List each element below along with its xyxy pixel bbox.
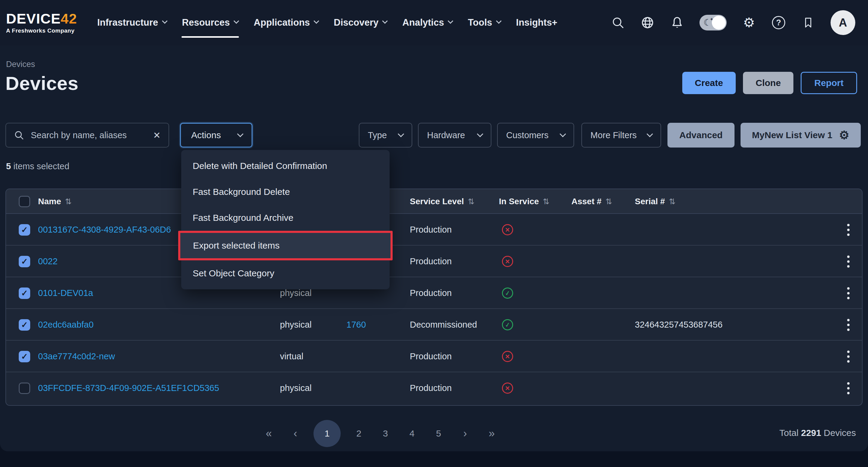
row-checkbox[interactable]: ✓ [19,245,30,277]
device-name-link[interactable]: 02edc6aabfa0 [38,309,94,341]
service-level-value: Production [410,341,452,372]
filter-customers[interactable]: Customers [497,123,574,147]
select-all-checkbox[interactable] [19,189,30,214]
search-box[interactable]: ✕ [5,123,169,147]
header-buttons: Create Clone Report [682,72,857,94]
row-menu-kebab-icon[interactable] [844,214,852,245]
sort-icon[interactable]: ⇅ [65,197,71,206]
column-header-service-level[interactable]: Service Level⇅ [410,189,474,214]
device42-logo[interactable]: DEVICE42 A Freshworks Company [6,11,88,34]
page-title: Devices [5,72,79,94]
nav-infrastructure[interactable]: Infrastructure [97,15,167,30]
service-level-value: Decommissioned [410,309,477,341]
nav-discovery[interactable]: Discovery [333,15,388,30]
row-menu-kebab-icon[interactable] [844,341,852,372]
clone-button[interactable]: Clone [743,72,794,94]
next-page-button[interactable]: › [457,420,473,447]
column-header-in-service[interactable]: In Service⇅ [499,189,549,214]
page-button-4[interactable]: 4 [403,420,421,447]
globe-icon[interactable] [640,15,655,30]
report-button[interactable]: Report [801,72,857,94]
pagination: « ‹ 1 2 3 4 5 › » [260,420,500,447]
logo-subtitle: A Freshworks Company [6,28,88,34]
create-button[interactable]: Create [682,72,736,94]
chevron-down-icon [496,18,501,24]
row-menu-kebab-icon[interactable] [844,245,852,277]
clear-search-icon[interactable]: ✕ [153,130,161,141]
sort-icon[interactable]: ⇅ [543,197,549,206]
in-service-yes-icon: ✓ [502,309,513,341]
table-header-row: Name⇅ Service Level⇅ In Service⇅ Asset #… [6,189,862,214]
chevron-down-icon [162,18,167,24]
filter-type[interactable]: Type [359,123,412,147]
sort-icon[interactable]: ⇅ [468,197,474,206]
chevron-down-icon [647,131,653,137]
row-checkbox[interactable]: ✓ [19,341,30,372]
last-page-button[interactable]: » [483,420,500,447]
dark-mode-toggle[interactable]: ☾ ✦ [700,15,727,30]
column-header-asset[interactable]: Asset #⇅ [571,189,612,214]
nav-analytics[interactable]: Analytics [402,15,453,30]
filter-hardware[interactable]: Hardware [418,123,491,147]
help-icon[interactable]: ? [771,15,786,30]
serial-number-value: 324643257453687456 [635,309,722,341]
page-button-1[interactable]: 1 [313,420,341,447]
page-button-2[interactable]: 2 [350,420,367,447]
row-checkbox[interactable]: ✓ [19,277,30,309]
row-menu-kebab-icon[interactable] [844,309,852,341]
row-menu-kebab-icon[interactable] [844,372,852,404]
menu-item-fast-background-archive[interactable]: Fast Background Archive [181,205,390,231]
actions-dropdown-button[interactable]: Actions [180,123,252,147]
nav-applications[interactable]: Applications [253,15,319,30]
notifications-bell-icon[interactable] [670,15,684,30]
nav-resources[interactable]: Resources [182,15,239,30]
bookmark-icon[interactable] [801,15,815,30]
row-checkbox[interactable] [19,372,30,404]
filter-more-filters[interactable]: More Filters [581,123,661,147]
device-name-link[interactable]: 03FFCDFE-873D-4F09-902E-A51EF1CD5365 [38,372,219,404]
list-view-button[interactable]: MyNew List View 1 ⚙ [741,123,861,147]
table-row: 03FFCDFE-873D-4F09-902E-A51EF1CD5365 phy… [6,372,862,404]
devices-table: Name⇅ Service Level⇅ In Service⇅ Asset #… [5,189,863,406]
page-button-3[interactable]: 3 [377,420,394,447]
chevron-down-icon [382,18,388,24]
in-service-no-icon: ✕ [502,341,513,372]
service-level-value: Production [410,245,452,277]
table-row: ✓ 0013167C-4308-4929-AF43-06D6 Productio… [6,214,862,245]
column-header-name[interactable]: Name⇅ [38,189,71,214]
first-page-button[interactable]: « [260,420,277,447]
list-view-gear-icon[interactable]: ⚙ [839,129,849,141]
nav-insights[interactable]: Insights+ [516,15,558,30]
menu-item-fast-background-delete[interactable]: Fast Background Delete [181,179,390,205]
toggle-knob [712,16,726,30]
nav-tools[interactable]: Tools [467,15,501,30]
device-name-link[interactable]: 0022 [38,245,58,277]
row-menu-kebab-icon[interactable] [844,277,852,309]
column-header-serial[interactable]: Serial #⇅ [635,189,675,214]
menu-item-delete-detailed[interactable]: Delete with Detailed Confirmation [181,153,390,179]
menu-item-set-object-category[interactable]: Set Object Category [181,260,390,286]
device-type-value: physical [280,372,312,404]
page-button-5[interactable]: 5 [430,420,447,447]
sort-icon[interactable]: ⇅ [669,197,676,206]
in-service-yes-icon: ✓ [502,277,513,309]
hardware-link[interactable]: 1760 [346,309,366,341]
device-name-link[interactable]: 03ae7774c0d2-new [38,341,115,372]
menu-item-export-selected-items[interactable]: Export selected items [180,233,391,258]
chevron-down-icon [234,18,239,24]
sort-icon[interactable]: ⇅ [606,197,612,206]
table-row: ✓ 0101-DEV01a physical Production ✓ [6,277,862,309]
selection-summary: 5 items selected [6,161,69,171]
settings-gear-icon[interactable]: ⚙ [742,15,756,30]
device-name-link[interactable]: 0101-DEV01a [38,277,93,309]
device-name-link[interactable]: 0013167C-4308-4929-AF43-06D6 [38,214,171,245]
advanced-button[interactable]: Advanced [668,123,735,147]
search-icon[interactable] [611,15,625,30]
user-avatar[interactable]: A [831,10,855,35]
search-input[interactable] [31,130,147,140]
row-checkbox[interactable]: ✓ [19,309,30,341]
top-navbar: DEVICE42 A Freshworks Company Infrastruc… [0,0,868,45]
previous-page-button[interactable]: ‹ [287,420,304,447]
row-checkbox[interactable]: ✓ [19,214,30,245]
breadcrumb[interactable]: Devices [6,60,35,69]
